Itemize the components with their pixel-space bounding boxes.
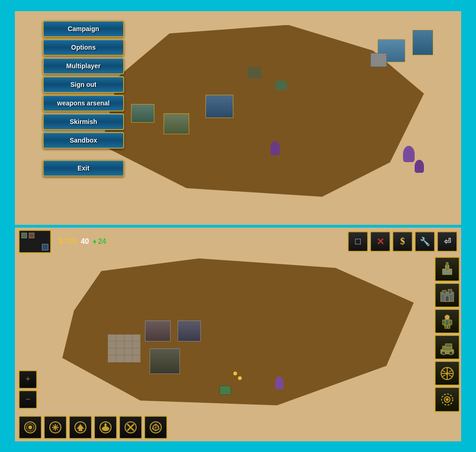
unit-button-3[interactable] xyxy=(69,416,92,439)
main-menu: Campaign Options Multiplayer Sign out we… xyxy=(43,20,124,177)
exit-button[interactable]: Exit xyxy=(43,160,124,177)
minimap-detail xyxy=(42,244,48,250)
svg-rect-11 xyxy=(445,326,447,328)
sidebar-soldier-button[interactable] xyxy=(435,309,460,334)
sidebar-factory-button[interactable] xyxy=(435,283,460,308)
options-button[interactable]: Options xyxy=(43,39,124,56)
unit-button-1[interactable] xyxy=(19,416,42,439)
zoom-out-button[interactable]: − xyxy=(19,390,37,409)
unit-1-icon xyxy=(23,420,37,434)
bottom-building-2 xyxy=(178,321,201,341)
svg-point-19 xyxy=(446,372,449,375)
plant-3 xyxy=(415,160,424,173)
zoom-in-button[interactable]: + xyxy=(19,370,37,389)
campaign-button[interactable]: Campaign xyxy=(43,20,124,37)
sidebar-nuclear-button[interactable] xyxy=(435,361,460,386)
plant-2 xyxy=(403,146,415,162)
top-game-area: Campaign Options Multiplayer Sign out we… xyxy=(15,11,461,225)
svg-point-26 xyxy=(446,398,449,401)
sandbox-button[interactable]: Sandbox xyxy=(43,132,124,149)
svg-rect-9 xyxy=(443,320,445,325)
marker-2 xyxy=(233,372,237,375)
factory-icon xyxy=(439,287,456,303)
svg-rect-5 xyxy=(448,289,452,294)
top-panel: Campaign Options Multiplayer Sign out we… xyxy=(15,11,461,225)
hud-action-buttons: □ ✕ $ 🔧 ⏎ xyxy=(348,231,457,252)
bottom-building-1 xyxy=(145,321,171,341)
bottom-plant-1 xyxy=(275,376,284,389)
minimap[interactable] xyxy=(19,230,51,253)
hud-exit-button[interactable]: ⏎ xyxy=(437,231,457,252)
svg-point-28 xyxy=(28,426,32,429)
troops-resource: 40 xyxy=(81,237,89,246)
unit-marker xyxy=(219,386,231,395)
nuclear-icon xyxy=(439,365,456,382)
svg-rect-15 xyxy=(445,344,452,347)
unit-button-5[interactable] xyxy=(119,416,142,439)
structure-1 xyxy=(247,67,261,79)
svg-rect-10 xyxy=(449,320,452,325)
sidebar-settings-button[interactable] xyxy=(435,387,460,412)
minimap-icon-2 xyxy=(29,233,34,238)
bottom-panel: $ 705 40 ♦ 24 □ ✕ $ xyxy=(15,228,461,441)
resources-display: $ 705 40 ♦ 24 xyxy=(59,236,106,246)
unit-6-icon xyxy=(149,420,163,434)
svg-rect-32 xyxy=(79,429,82,431)
marker-1 xyxy=(238,376,242,380)
sign-out-button[interactable]: Sign out xyxy=(43,76,124,93)
gold-icon: $ xyxy=(59,236,63,246)
sidebar-turret-button[interactable] xyxy=(435,257,460,282)
multiplayer-button[interactable]: Multiplayer xyxy=(43,58,124,74)
zoom-controls: + − xyxy=(19,370,37,409)
select-icon: □ xyxy=(355,236,361,247)
unit-2-icon xyxy=(48,420,62,434)
hud-exit-icon: ⏎ xyxy=(444,236,451,247)
building-4 xyxy=(131,104,154,123)
unit-3-icon xyxy=(73,420,87,434)
cancel-button[interactable]: ✕ xyxy=(370,231,390,252)
green-icon: ♦ xyxy=(93,237,97,246)
select-button[interactable]: □ xyxy=(348,231,368,252)
cancel-icon: ✕ xyxy=(377,236,384,247)
bottom-unit-bar xyxy=(15,413,433,441)
svg-rect-12 xyxy=(448,326,450,328)
gold-resource: $ 705 xyxy=(59,236,77,246)
unit-button-4[interactable] xyxy=(94,416,117,439)
repair-button[interactable]: 🔧 xyxy=(415,231,435,252)
skirmish-button[interactable]: Skirmish xyxy=(43,113,124,130)
svg-point-7 xyxy=(445,315,450,320)
settings-icon xyxy=(439,391,456,408)
weapons-arsenal-button[interactable]: weapons arsenal xyxy=(43,95,124,111)
svg-rect-4 xyxy=(443,290,446,294)
repair-icon: 🔧 xyxy=(420,236,430,247)
unit-button-6[interactable] xyxy=(144,416,167,439)
grid-platform xyxy=(108,334,140,362)
troops-value: 40 xyxy=(81,237,89,246)
soldier-icon xyxy=(439,313,456,329)
building-3 xyxy=(370,53,387,67)
building-5 xyxy=(164,113,189,134)
svg-point-17 xyxy=(449,351,453,355)
bottom-game-area: $ 705 40 ♦ 24 □ ✕ $ xyxy=(15,228,461,441)
svg-rect-6 xyxy=(445,296,449,301)
unit-4-icon xyxy=(99,420,112,434)
building-2 xyxy=(412,30,433,55)
turret-icon xyxy=(439,261,456,277)
svg-point-16 xyxy=(442,351,445,355)
structure-2 xyxy=(275,81,287,90)
green-value: 24 xyxy=(98,237,106,246)
unit-5-icon xyxy=(124,420,138,434)
bottom-building-3 xyxy=(150,348,180,374)
plant-1 xyxy=(271,141,280,155)
green-resource: ♦ 24 xyxy=(93,237,106,246)
sidebar-tank-button[interactable] xyxy=(435,335,460,360)
tank-icon xyxy=(439,339,456,356)
right-sidebar xyxy=(433,255,461,413)
svg-rect-2 xyxy=(446,262,448,267)
building-6 xyxy=(205,95,233,118)
gold-value: 705 xyxy=(65,237,77,246)
money-button[interactable]: $ xyxy=(392,231,413,252)
unit-button-2[interactable] xyxy=(44,416,67,439)
minimap-icon-1 xyxy=(21,233,27,238)
money-icon: $ xyxy=(400,236,405,247)
